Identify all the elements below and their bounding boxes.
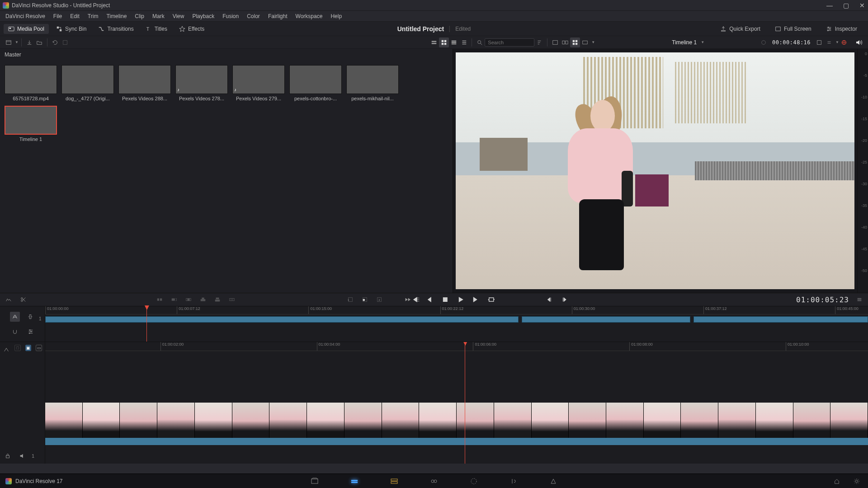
refresh-button[interactable]: [50, 38, 60, 47]
viewer-mode-button[interactable]: [580, 38, 590, 47]
overview-clip[interactable]: [693, 316, 868, 323]
close-button[interactable]: ✕: [859, 2, 865, 9]
jump-next-button[interactable]: [560, 295, 569, 304]
overview-track[interactable]: 01:00:00:0001:00:07:1201:00:15:0001:00:2…: [45, 306, 868, 342]
auto-track-button[interactable]: [3, 345, 10, 355]
source-overwrite-button[interactable]: [227, 295, 237, 305]
audio-lane[interactable]: [45, 438, 868, 445]
chevron-down-icon[interactable]: ▼: [591, 40, 595, 44]
go-to-start-button[interactable]: [410, 295, 419, 304]
loop-button[interactable]: [487, 295, 496, 304]
ripple-overwrite-button[interactable]: [184, 295, 193, 305]
overview-ruler[interactable]: 01:00:00:0001:00:07:1201:00:15:0001:00:2…: [45, 306, 868, 314]
clip-item[interactable]: dog_-_4727 (Origi...: [61, 65, 114, 101]
page-color[interactable]: [468, 475, 480, 487]
audio-video-toggle[interactable]: ▣: [25, 345, 32, 351]
clip-item[interactable]: Pexels Videos 288...: [118, 65, 171, 101]
page-fusion[interactable]: [428, 475, 440, 487]
bin-name[interactable]: Master: [0, 49, 453, 61]
menu-edit[interactable]: Edit: [66, 12, 83, 21]
boring-detector-button[interactable]: [4, 295, 14, 305]
smart-insert-button[interactable]: [155, 295, 165, 305]
mute-button[interactable]: [854, 37, 864, 48]
page-cut[interactable]: [349, 475, 360, 487]
menu-mark[interactable]: Mark: [149, 12, 168, 21]
safe-area-button[interactable]: [759, 38, 769, 47]
quick-export-button[interactable]: Quick Export: [716, 24, 765, 34]
strip-view-button[interactable]: [449, 38, 459, 47]
viewer-single-button[interactable]: [550, 38, 560, 47]
clip-item[interactable]: ♪Pexels Videos 278...: [175, 65, 228, 101]
chevron-down-icon[interactable]: ▼: [15, 40, 19, 44]
jump-prev-button[interactable]: [545, 295, 554, 304]
append-button[interactable]: [169, 295, 179, 305]
step-back-button[interactable]: [425, 295, 434, 304]
maximize-button[interactable]: ▢: [843, 2, 849, 9]
tab-titles[interactable]: T Titles: [141, 24, 172, 34]
menu-color[interactable]: Color: [243, 12, 264, 21]
close-up-button[interactable]: [198, 295, 208, 305]
menu-davinci-resolve[interactable]: DaVinci Resolve: [2, 12, 49, 21]
overview-playhead[interactable]: [146, 306, 147, 342]
clip-item[interactable]: pexels-cottonbro-...: [289, 65, 342, 101]
split-clip-button[interactable]: [18, 295, 28, 305]
menu-fairlight[interactable]: Fairlight: [264, 12, 291, 21]
thumbnail-view-button[interactable]: [439, 38, 449, 47]
project-settings-button[interactable]: [851, 475, 863, 487]
minimize-button[interactable]: —: [826, 2, 833, 9]
bin-view-button[interactable]: [4, 38, 14, 47]
metadata-view-button[interactable]: [429, 38, 439, 47]
tab-media-pool[interactable]: Media Pool: [4, 24, 49, 34]
home-button[interactable]: [831, 475, 843, 487]
clip-item[interactable]: Timeline 1: [5, 106, 57, 142]
page-fairlight[interactable]: [508, 475, 519, 487]
page-deliver[interactable]: [547, 475, 559, 487]
place-on-top-button[interactable]: [212, 295, 222, 305]
prev-edit-button[interactable]: ‹: [344, 295, 353, 304]
audio-only-toggle[interactable]: ▭: [36, 345, 42, 351]
timeline-mode-a-button[interactable]: [10, 312, 20, 322]
detail-track[interactable]: 01:00:02:0001:00:04:0001:00:06:0001:00:0…: [45, 342, 868, 464]
sort-button[interactable]: [534, 38, 544, 47]
menu-workspace[interactable]: Workspace: [292, 12, 326, 21]
guide-button[interactable]: [839, 38, 849, 47]
search-input[interactable]: [485, 38, 534, 47]
marker-button[interactable]: [25, 327, 35, 337]
snap-button[interactable]: [10, 327, 20, 337]
menu-view[interactable]: View: [169, 12, 188, 21]
video-only-toggle[interactable]: □: [14, 345, 21, 351]
menu-timeline[interactable]: Timeline: [103, 12, 130, 21]
options-button[interactable]: [824, 38, 834, 47]
inspector-button[interactable]: Inspector: [821, 24, 862, 34]
timeline-options-button[interactable]: [854, 295, 864, 305]
list-view-button[interactable]: [459, 38, 469, 47]
video-lane[interactable]: [45, 403, 868, 438]
import-media-button[interactable]: [24, 38, 34, 47]
clip-item[interactable]: ♪Pexels Videos 279...: [232, 65, 285, 101]
detail-ruler[interactable]: 01:00:02:0001:00:04:0001:00:06:0001:00:0…: [45, 342, 868, 351]
expand-button[interactable]: [60, 38, 70, 47]
detail-playhead[interactable]: [465, 342, 465, 464]
track-lock-button[interactable]: [3, 451, 13, 461]
full-screen-button[interactable]: Full Screen: [770, 24, 816, 34]
menu-help[interactable]: Help: [327, 12, 345, 21]
play-button[interactable]: [456, 295, 465, 304]
menu-fusion[interactable]: Fusion: [219, 12, 242, 21]
overview-clip[interactable]: [522, 316, 690, 323]
timeline-selector[interactable]: Timeline 1 ▼: [672, 39, 704, 46]
clip-item[interactable]: 657518728.mp4: [5, 65, 57, 101]
next-edit-button[interactable]: ›: [375, 295, 384, 304]
viewer-dual-button[interactable]: [560, 38, 570, 47]
clip-item[interactable]: pexels-mikhail-nil...: [346, 65, 399, 101]
menu-trim[interactable]: Trim: [84, 12, 102, 21]
tab-effects[interactable]: Effects: [175, 24, 209, 34]
tab-transitions[interactable]: Transitions: [94, 24, 138, 34]
chevron-down-icon[interactable]: ▼: [835, 40, 839, 44]
page-media[interactable]: [309, 475, 321, 487]
stop-button[interactable]: [441, 295, 450, 304]
track-mute-button[interactable]: [17, 451, 27, 461]
bypass-button[interactable]: [814, 38, 824, 47]
page-edit[interactable]: [388, 475, 400, 487]
viewer-viewport[interactable]: [456, 52, 854, 289]
go-to-end-button[interactable]: [472, 295, 481, 304]
